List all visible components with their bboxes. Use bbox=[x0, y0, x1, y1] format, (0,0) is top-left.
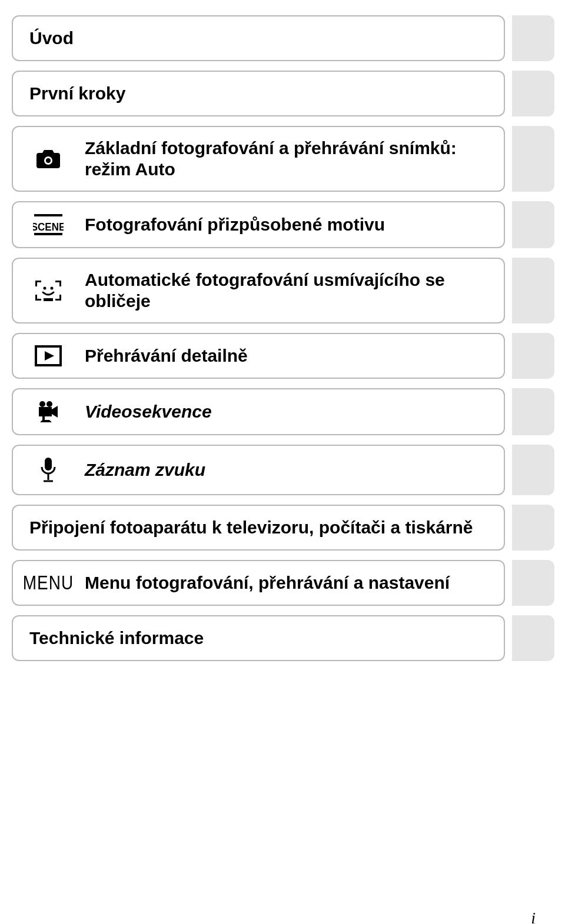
toc-item-label: Videosekvence bbox=[85, 401, 212, 422]
page-number: i bbox=[531, 909, 536, 924]
side-tab[interactable] bbox=[512, 445, 554, 495]
toc-item-label: Technické informace bbox=[29, 628, 204, 649]
menu-text-icon: MENU bbox=[29, 573, 67, 592]
toc-row: První kroky bbox=[12, 71, 553, 116]
side-tab[interactable] bbox=[512, 71, 554, 116]
smile-icon bbox=[29, 278, 67, 303]
toc-row: MENUMenu fotografování, přehrávání a nas… bbox=[12, 560, 553, 606]
toc-item[interactable]: Základní fotografování a přehrávání sním… bbox=[12, 126, 505, 192]
toc-item[interactable]: MENUMenu fotografování, přehrávání a nas… bbox=[12, 560, 505, 606]
toc-row: SCENEFotografování přizpůsobené motivu bbox=[12, 201, 553, 248]
side-tab[interactable] bbox=[512, 615, 554, 661]
toc-item-label: Fotografování přizpůsobené motivu bbox=[85, 214, 385, 235]
side-tab[interactable] bbox=[512, 258, 554, 323]
toc-item-label: Záznam zvuku bbox=[85, 459, 205, 481]
side-tab[interactable] bbox=[512, 333, 554, 379]
toc-item[interactable]: Technické informace bbox=[12, 615, 505, 661]
svg-rect-9 bbox=[39, 407, 52, 416]
scene-icon: SCENE bbox=[29, 213, 67, 236]
side-tab[interactable] bbox=[512, 15, 554, 61]
svg-point-6 bbox=[51, 287, 54, 290]
toc-row: Technické informace bbox=[12, 615, 553, 661]
toc-item-label: Menu fotografování, přehrávání a nastave… bbox=[85, 572, 450, 593]
svg-rect-13 bbox=[45, 458, 52, 471]
toc-item-label: Automatické fotografování usmívajícího s… bbox=[85, 269, 487, 312]
svg-point-1 bbox=[46, 158, 51, 163]
toc-row: Videosekvence bbox=[12, 388, 553, 435]
toc-row: Základní fotografování a přehrávání sním… bbox=[12, 126, 553, 192]
movie-camera-icon bbox=[29, 400, 67, 423]
side-tab[interactable] bbox=[512, 126, 554, 192]
svg-text:SCENE: SCENE bbox=[33, 221, 64, 233]
toc-item[interactable]: Úvod bbox=[12, 15, 505, 61]
svg-rect-7 bbox=[44, 298, 53, 301]
toc-item[interactable]: Automatické fotografování usmívajícího s… bbox=[12, 258, 505, 323]
toc-item[interactable]: Videosekvence bbox=[12, 388, 505, 435]
toc-row: Připojení fotoaparátu k televizoru, počí… bbox=[12, 505, 553, 551]
menu-text-icon-label: MENU bbox=[23, 572, 74, 594]
toc-item[interactable]: První kroky bbox=[12, 71, 505, 116]
svg-rect-2 bbox=[34, 214, 62, 216]
toc-item-label: Základní fotografování a přehrávání sním… bbox=[85, 138, 487, 180]
toc-item[interactable]: Připojení fotoaparátu k televizoru, počí… bbox=[12, 505, 505, 551]
toc-row: Automatické fotografování usmívajícího s… bbox=[12, 258, 553, 323]
toc-item-label: První kroky bbox=[29, 83, 125, 104]
side-tab[interactable] bbox=[512, 201, 554, 248]
toc-item[interactable]: SCENEFotografování přizpůsobené motivu bbox=[12, 201, 505, 248]
side-tab[interactable] bbox=[512, 505, 554, 551]
play-icon bbox=[29, 345, 67, 367]
side-tab[interactable] bbox=[512, 560, 554, 606]
microphone-icon bbox=[29, 456, 67, 483]
toc-item-label: Úvod bbox=[29, 28, 74, 49]
svg-point-10 bbox=[39, 401, 45, 407]
toc-item[interactable]: Přehrávání detailně bbox=[12, 333, 505, 379]
camera-icon bbox=[29, 148, 67, 169]
toc-item-label: Připojení fotoaparátu k televizoru, počí… bbox=[29, 517, 473, 538]
svg-rect-3 bbox=[34, 233, 62, 235]
toc-item[interactable]: Záznam zvuku bbox=[12, 445, 505, 495]
toc-row: Přehrávání detailně bbox=[12, 333, 553, 379]
svg-point-11 bbox=[46, 401, 52, 407]
svg-point-5 bbox=[44, 287, 46, 290]
toc-item-label: Přehrávání detailně bbox=[85, 345, 248, 366]
toc-row: Úvod bbox=[12, 15, 553, 61]
side-tab[interactable] bbox=[512, 388, 554, 435]
toc-row: Záznam zvuku bbox=[12, 445, 553, 495]
